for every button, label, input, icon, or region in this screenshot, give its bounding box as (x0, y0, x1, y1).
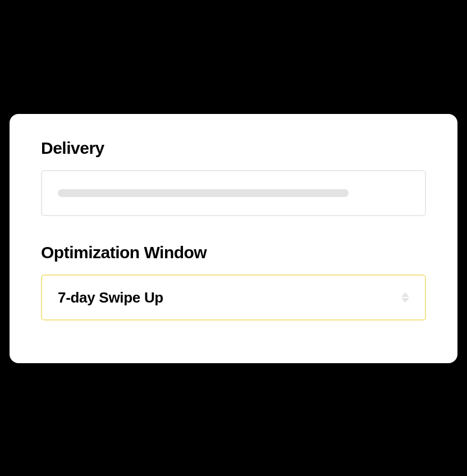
delivery-field[interactable] (41, 170, 426, 216)
optimization-window-label: Optimization Window (41, 243, 426, 262)
delivery-label: Delivery (41, 139, 426, 158)
settings-card: Delivery Optimization Window 7-day Swipe… (10, 114, 457, 363)
placeholder-skeleton (58, 189, 349, 197)
select-stepper-icon (401, 292, 409, 303)
optimization-window-select[interactable]: 7-day Swipe Up (41, 274, 426, 321)
optimization-window-value: 7-day Swipe Up (58, 289, 163, 306)
